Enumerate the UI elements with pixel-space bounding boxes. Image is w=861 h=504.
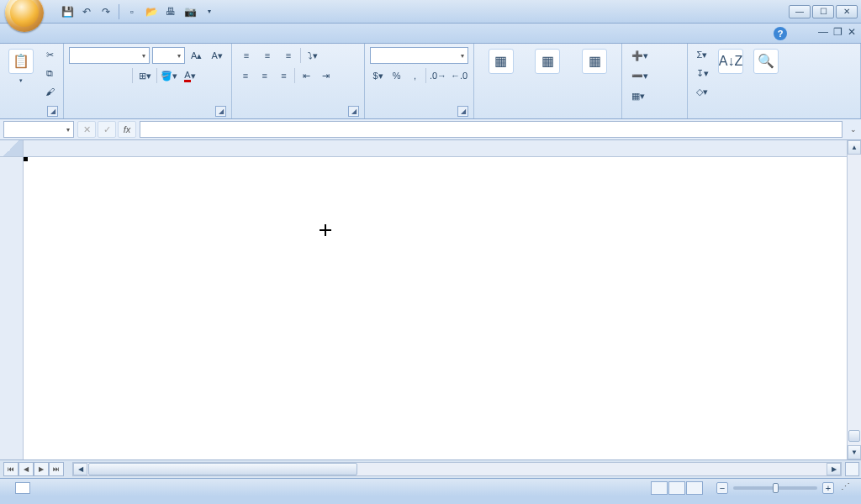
align-top-icon[interactable]: ≡ xyxy=(237,47,256,64)
next-sheet-icon[interactable]: ▶ xyxy=(34,462,49,476)
zoom-in-button[interactable]: + xyxy=(822,482,834,494)
sort-filter-button[interactable]: A↓Z xyxy=(715,46,747,78)
align-bottom-icon[interactable]: ≡ xyxy=(279,47,298,64)
wrap-text-icon[interactable] xyxy=(325,47,350,64)
comma-format-icon[interactable]: , xyxy=(407,67,423,84)
scroll-right-icon[interactable]: ▶ xyxy=(827,463,841,475)
doc-close-button[interactable]: ✕ xyxy=(848,26,856,38)
clear-icon[interactable]: ◇▾ xyxy=(693,83,711,100)
resize-grip-icon[interactable]: ⋰ xyxy=(841,481,854,495)
find-select-button[interactable]: 🔍 xyxy=(750,46,782,78)
font-color-icon[interactable]: A▾ xyxy=(181,67,199,84)
prev-sheet-icon[interactable]: ◀ xyxy=(18,462,34,476)
horizontal-scroll-thumb[interactable] xyxy=(88,463,357,475)
window-controls: — ☐ ✕ xyxy=(789,5,858,18)
insert-cells-icon[interactable]: ➕ ▾ xyxy=(627,47,652,64)
copy-icon[interactable]: ⧉ xyxy=(40,65,59,81)
title-bar: 💾 ↶ ↷ ▫ 📂 🖶 📷 ▾ — ☐ ✕ xyxy=(0,0,861,24)
help-icon[interactable]: ? xyxy=(774,27,787,40)
shrink-font-icon[interactable]: A▾ xyxy=(209,47,227,64)
vertical-scroll-thumb[interactable] xyxy=(848,430,860,442)
open-icon[interactable]: 📂 xyxy=(143,3,160,20)
first-sheet-icon[interactable]: ⏮ xyxy=(3,462,18,476)
align-middle-icon[interactable]: ≡ xyxy=(258,47,277,64)
camera-icon[interactable]: 📷 xyxy=(182,3,198,20)
cut-icon[interactable]: ✂ xyxy=(40,46,59,63)
border-icon[interactable]: ⊞▾ xyxy=(135,67,154,84)
qat-dropdown-icon[interactable]: ▾ xyxy=(201,3,218,20)
format-painter-icon[interactable]: 🖌 xyxy=(40,83,59,100)
paste-icon: 📋 xyxy=(8,49,34,74)
align-center-icon[interactable]: ≡ xyxy=(256,67,273,84)
cancel-formula-icon[interactable]: ✕ xyxy=(77,121,96,138)
page-layout-view-button[interactable] xyxy=(668,481,685,495)
font-size-combo[interactable]: ▾ xyxy=(152,47,185,64)
fill-icon[interactable]: ↧▾ xyxy=(693,65,711,81)
sheet-tab-bar: ⏮ ◀ ▶ ⏭ ◀ ▶ xyxy=(0,459,861,478)
print-icon[interactable]: 🖶 xyxy=(162,3,179,20)
sort-filter-icon: A↓Z xyxy=(718,49,743,74)
page-break-view-button[interactable] xyxy=(686,481,703,495)
paste-button[interactable]: 📋 ▾ xyxy=(5,46,37,87)
close-button[interactable]: ✕ xyxy=(836,5,858,18)
format-as-table-button[interactable]: ▦ xyxy=(531,46,563,78)
accounting-format-icon[interactable]: $▾ xyxy=(370,67,386,84)
scroll-left-icon[interactable]: ◀ xyxy=(73,463,87,475)
worksheet-grid[interactable]: ▲ ▼ xyxy=(0,140,861,459)
horizontal-scrollbar[interactable]: ◀ ▶ xyxy=(72,462,842,476)
bold-button[interactable] xyxy=(69,67,87,84)
new-icon[interactable]: ▫ xyxy=(124,3,140,20)
zoom-out-button[interactable]: − xyxy=(716,482,728,494)
status-bar: − + ⋰ xyxy=(0,478,861,496)
conditional-formatting-icon: ▦ xyxy=(489,49,514,74)
group-cells: ➕ ▾ ➖ ▾ ▦ ▾ xyxy=(622,44,688,118)
cell-styles-button[interactable]: ▦ xyxy=(578,46,610,78)
doc-restore-button[interactable]: ❐ xyxy=(833,26,843,38)
undo-icon[interactable]: ↶ xyxy=(78,3,95,20)
autosum-icon[interactable]: Σ▾ xyxy=(693,46,711,63)
vertical-scrollbar[interactable]: ▲ ▼ xyxy=(847,140,861,459)
underline-button[interactable] xyxy=(111,67,129,84)
italic-button[interactable] xyxy=(90,67,108,84)
name-box[interactable]: ▾ xyxy=(3,121,74,138)
decrease-indent-icon[interactable]: ⇤ xyxy=(298,67,314,84)
grow-font-icon[interactable]: A▴ xyxy=(188,47,206,64)
save-icon[interactable]: 💾 xyxy=(59,3,76,20)
conditional-formatting-button[interactable]: ▦ xyxy=(485,46,517,78)
increase-indent-icon[interactable]: ⇥ xyxy=(317,67,334,84)
alignment-dialog-launcher[interactable]: ◢ xyxy=(348,106,359,117)
tab-split-handle[interactable] xyxy=(845,462,859,476)
group-editing: Σ▾ ↧▾ ◇▾ A↓Z 🔍 xyxy=(688,44,861,118)
redo-icon[interactable]: ↷ xyxy=(98,3,114,20)
font-dialog-launcher[interactable]: ◢ xyxy=(215,106,226,117)
last-sheet-icon[interactable]: ⏭ xyxy=(49,462,64,476)
orientation-icon[interactable]: ⤵▾ xyxy=(304,47,322,64)
decrease-decimal-icon[interactable]: ←.0 xyxy=(450,67,468,84)
merge-center-icon[interactable] xyxy=(336,67,359,84)
enter-formula-icon[interactable]: ✓ xyxy=(98,121,116,138)
percent-format-icon[interactable]: % xyxy=(388,67,404,84)
scroll-up-icon[interactable]: ▲ xyxy=(848,140,861,155)
font-name-combo[interactable]: ▾ xyxy=(69,47,150,64)
maximize-button[interactable]: ☐ xyxy=(812,5,834,18)
formula-input[interactable] xyxy=(140,121,843,138)
align-right-icon[interactable]: ≡ xyxy=(276,67,293,84)
delete-cells-icon[interactable]: ➖ ▾ xyxy=(627,67,652,84)
select-all-button[interactable] xyxy=(0,140,23,157)
increase-decimal-icon[interactable]: .0→ xyxy=(429,67,447,84)
align-left-icon[interactable]: ≡ xyxy=(237,67,254,84)
fx-icon[interactable]: fx xyxy=(118,121,136,138)
clipboard-dialog-launcher[interactable]: ◢ xyxy=(47,106,58,117)
ribbon-tabstrip: ? — ❐ ✕ xyxy=(0,24,861,44)
number-format-combo[interactable]: ▾ xyxy=(370,47,468,64)
format-cells-icon[interactable]: ▦ ▾ xyxy=(627,87,649,104)
fill-color-icon[interactable]: 🪣▾ xyxy=(160,67,178,84)
expand-formula-bar-icon[interactable]: ⌄ xyxy=(846,125,861,134)
minimize-button[interactable]: — xyxy=(789,5,811,18)
zoom-slider[interactable] xyxy=(733,486,817,490)
doc-minimize-button[interactable]: — xyxy=(818,26,828,38)
number-dialog-launcher[interactable]: ◢ xyxy=(457,106,468,117)
scroll-down-icon[interactable]: ▼ xyxy=(848,445,861,459)
normal-view-button[interactable] xyxy=(651,481,668,495)
macro-record-icon[interactable] xyxy=(15,482,30,494)
